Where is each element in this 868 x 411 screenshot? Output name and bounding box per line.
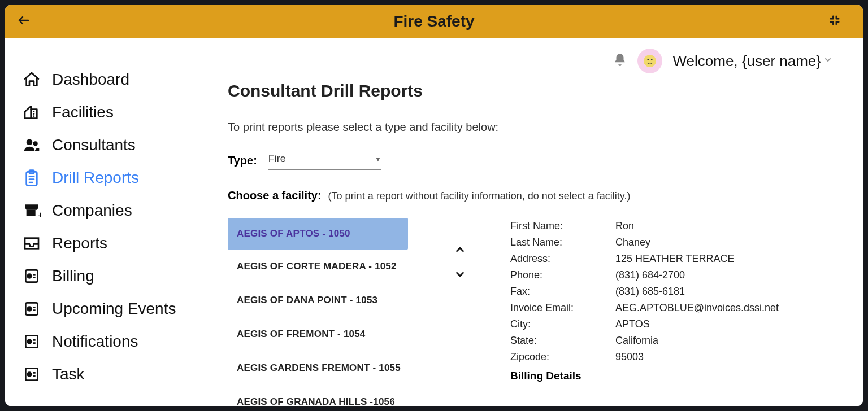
- sidebar-item-label: Reports: [52, 234, 107, 252]
- state-value: California: [615, 335, 658, 347]
- address-value: 125 HEATHER TERRACE: [615, 253, 734, 265]
- svg-point-31: [648, 59, 649, 61]
- facility-item[interactable]: AEGIS OF CORTE MADERA - 1052: [228, 250, 442, 283]
- facility-details: First Name:Ron Last Name:Chaney Address:…: [510, 218, 849, 406]
- chevron-down-icon: [823, 55, 832, 67]
- svg-point-27: [28, 373, 32, 377]
- first-name-label: First Name:: [510, 220, 615, 232]
- scroll-up-button[interactable]: [454, 243, 466, 258]
- sidebar-item-label: Notifications: [52, 333, 138, 351]
- svg-point-23: [28, 340, 32, 344]
- avatar-face-icon: [643, 54, 657, 68]
- sidebar-item-consultants[interactable]: Consultants: [21, 135, 214, 155]
- phone-value: (831) 684-2700: [615, 269, 685, 281]
- task-icon: [21, 364, 42, 384]
- notifications-button[interactable]: [613, 53, 627, 69]
- chevron-down-icon: [454, 268, 466, 281]
- sidebar-item-reports[interactable]: Reports: [21, 233, 214, 253]
- people-icon: [21, 135, 42, 155]
- svg-point-4: [27, 139, 33, 145]
- facility-item[interactable]: AEGIS OF APTOS - 1050: [228, 218, 408, 250]
- arrow-left-icon: [17, 14, 31, 27]
- chevron-up-icon: [454, 243, 466, 256]
- app-title: Fire Safety: [393, 12, 474, 30]
- svg-point-19: [28, 307, 32, 311]
- building-icon: [21, 102, 42, 123]
- sidebar-item-label: Dashboard: [52, 71, 129, 89]
- svg-point-30: [644, 55, 657, 67]
- zipcode-value: 95003: [615, 351, 644, 363]
- user-menu[interactable]: Welcome, {user name}: [672, 53, 832, 70]
- caret-down-icon: ▼: [375, 155, 381, 163]
- scroll-down-button[interactable]: [454, 268, 466, 283]
- choose-facility-row: Choose a facility: (To print a report wi…: [228, 189, 849, 202]
- sidebar-item-facilities[interactable]: Facilities: [21, 102, 214, 123]
- inbox-icon: [21, 233, 42, 253]
- billing-details-header: Billing Details: [510, 370, 849, 382]
- facility-item[interactable]: AEGIS GARDENS FREMONT - 1055: [228, 351, 442, 385]
- last-name-value: Chaney: [615, 237, 650, 248]
- sidebar-item-label: Task: [52, 365, 85, 383]
- clipboard-icon: [21, 168, 42, 188]
- sidebar-item-task[interactable]: Task: [21, 364, 214, 384]
- app-frame: Fire Safety Dashboard Facilities: [5, 5, 863, 406]
- last-name-label: Last Name:: [510, 237, 615, 248]
- sidebar-item-notifications[interactable]: Notifications: [21, 331, 214, 352]
- exit-fullscreen-button[interactable]: [828, 14, 841, 29]
- type-select[interactable]: Fire ▼: [268, 151, 381, 170]
- sidebar-item-upcoming-events[interactable]: Upcoming Events: [21, 299, 214, 319]
- facility-item[interactable]: AEGIS OF GRANADA HILLS -1056: [228, 385, 442, 406]
- type-label: Type:: [228, 154, 257, 167]
- page-intro: To print reports please select a type an…: [228, 121, 849, 134]
- content-area: Dashboard Facilities Consultants Drill R…: [5, 38, 863, 406]
- page-body: Consultant Drill Reports To print report…: [228, 81, 849, 406]
- user-header: Welcome, {user name}: [613, 49, 832, 73]
- sidebar-item-label: Billing: [52, 267, 94, 285]
- home-icon: [21, 69, 42, 90]
- choose-facility-label: Choose a facility:: [228, 189, 322, 202]
- sidebar-item-billing[interactable]: Billing: [21, 266, 214, 286]
- svg-text:+: +: [38, 210, 41, 220]
- page-title: Consultant Drill Reports: [228, 81, 849, 100]
- fax-label: Fax:: [510, 286, 615, 298]
- sidebar-item-label: Upcoming Events: [52, 300, 176, 318]
- invoice-email-label: Invoice Email:: [510, 302, 615, 314]
- sidebar-item-companies[interactable]: + Companies: [21, 200, 214, 221]
- card-icon: [21, 331, 42, 352]
- facility-item[interactable]: AEGIS OF DANA POINT - 1053: [228, 283, 442, 317]
- state-label: State:: [510, 335, 615, 347]
- sidebar-item-label: Drill Reports: [52, 169, 139, 187]
- phone-label: Phone:: [510, 269, 615, 281]
- back-button[interactable]: [17, 14, 31, 29]
- type-row: Type: Fire ▼: [228, 151, 849, 170]
- facility-list: AEGIS OF APTOS - 1050 AEGIS OF CORTE MAD…: [228, 218, 442, 406]
- sidebar-item-label: Facilities: [52, 103, 114, 121]
- city-label: City:: [510, 318, 615, 330]
- first-name-value: Ron: [615, 220, 634, 232]
- sidebar-item-label: Companies: [52, 202, 132, 220]
- sidebar-item-dashboard[interactable]: Dashboard: [21, 69, 214, 90]
- avatar[interactable]: [637, 49, 662, 73]
- svg-point-5: [33, 141, 38, 146]
- facility-scroll-arrows: [454, 243, 466, 283]
- facility-item[interactable]: AEGIS OF FREMONT - 1054: [228, 317, 442, 351]
- choose-facility-hint: (To print a report without facility info…: [328, 190, 631, 202]
- zipcode-label: Zipcode:: [510, 351, 615, 363]
- bell-icon: [613, 53, 627, 67]
- store-icon: +: [21, 200, 42, 221]
- city-value: APTOS: [615, 318, 650, 330]
- sidebar-nav: Dashboard Facilities Consultants Drill R…: [5, 38, 214, 406]
- welcome-text: Welcome, {user name}: [672, 53, 821, 70]
- type-select-value: Fire: [268, 153, 286, 165]
- calendar-icon: [21, 299, 42, 319]
- address-label: Address:: [510, 253, 615, 265]
- main-panel: Welcome, {user name} Consultant Drill Re…: [214, 38, 863, 406]
- svg-point-15: [28, 274, 32, 278]
- svg-rect-11: [27, 210, 36, 216]
- fax-value: (831) 685-6181: [615, 286, 685, 298]
- invoice-email-value: AEG.APTOBLUE@invoices.dssi.net: [615, 302, 779, 314]
- sidebar-item-label: Consultants: [52, 136, 136, 154]
- svg-point-32: [651, 59, 653, 61]
- minimize-icon: [828, 14, 841, 27]
- sidebar-item-drill-reports[interactable]: Drill Reports: [21, 168, 214, 188]
